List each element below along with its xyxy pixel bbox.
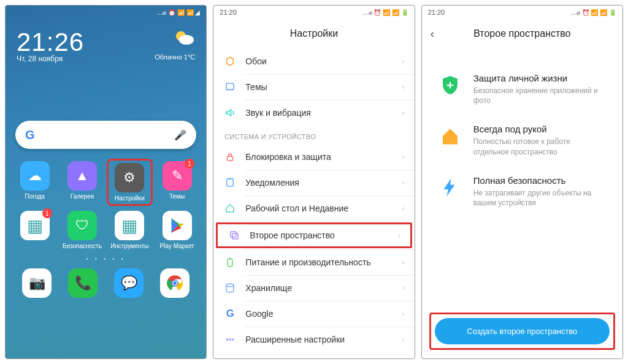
shield-icon (438, 73, 462, 97)
app-Галерея[interactable]: ▲Галерея (59, 159, 105, 206)
status-bar: …⌀ ⏰ 📶 📶 ◢ (6, 6, 206, 19)
app-Безопасность[interactable]: 🛡Безопасность (59, 208, 105, 252)
app-Play Маркет[interactable]: Play Маркет (154, 208, 200, 252)
chevron-right-icon: › (402, 178, 405, 187)
messages-app[interactable]: 💬 (114, 268, 144, 298)
power-icon (223, 256, 237, 269)
svg-point-13 (226, 284, 234, 287)
chevron-right-icon: › (402, 309, 405, 318)
feature-house: Всегда под рукойПолностью готовое к рабо… (438, 124, 607, 156)
svg-point-16 (232, 339, 234, 340)
sound-icon (223, 106, 237, 119)
header: ‹ Второе пространство (422, 19, 622, 48)
settings-row-storage[interactable]: Хранилище› (213, 275, 414, 301)
create-second-space-button[interactable]: Создать второе пространство (435, 318, 610, 344)
svg-point-14 (227, 339, 228, 340)
settings-row-themes[interactable]: Темы› (213, 74, 414, 100)
chevron-right-icon: › (402, 57, 405, 66)
dock: 📷 📞 💬 (6, 265, 206, 304)
chevron-right-icon: › (402, 83, 405, 91)
chevron-right-icon: › (402, 204, 405, 213)
svg-rect-7 (226, 83, 234, 90)
more-icon (223, 333, 237, 346)
home-icon (223, 202, 237, 215)
chevron-right-icon: › (402, 258, 405, 267)
chevron-right-icon: › (402, 335, 405, 344)
app-folder[interactable]: ▦1 (12, 208, 58, 252)
status-bar: 21:20 …⌀ ⏰ 📶 📶 🔋 (213, 6, 414, 19)
clock: 21:26 (17, 28, 84, 57)
chevron-right-icon: › (402, 284, 405, 292)
svg-point-6 (173, 281, 177, 285)
camera-app[interactable]: 📷 (22, 268, 52, 298)
chrome-app[interactable] (160, 268, 190, 298)
svg-rect-10 (231, 232, 236, 237)
home-screen: …⌀ ⏰ 📶 📶 ◢ 21:26 Чт, 28 ноября Облачно 1… (5, 5, 207, 359)
mic-icon[interactable]: 🎤 (174, 129, 186, 141)
page-indicator: • • • • • (6, 256, 206, 262)
settings-screen: 21:20 …⌀ ⏰ 📶 📶 🔋 Настройки Обои›Темы›Зву… (213, 5, 415, 359)
page-title: Настройки (290, 28, 338, 39)
date: Чт, 28 ноября (17, 55, 84, 63)
app-Темы[interactable]: ✎1Темы (154, 159, 200, 206)
section-header: СИСТЕМА И УСТРОЙСТВО (213, 126, 414, 144)
phone-app[interactable]: 📞 (68, 268, 98, 298)
app-Инструменты[interactable]: ▦Инструменты (107, 208, 153, 252)
settings-row-second[interactable]: Второе пространство› (216, 222, 412, 248)
wallpaper-icon (223, 55, 237, 68)
settings-row-wallpaper[interactable]: Обои› (213, 48, 414, 74)
settings-row-power[interactable]: Питание и производительность› (213, 249, 414, 275)
cta-highlight: Создать второе пространство (429, 313, 615, 350)
app-Погода[interactable]: ☁Погода (12, 159, 58, 206)
app-Настройки[interactable]: ⚙Настройки (107, 159, 153, 206)
second-icon (228, 229, 241, 242)
feature-shield: Защита личной жизниБезопасное хранение п… (438, 73, 607, 105)
house-icon (438, 124, 462, 148)
settings-row-lock[interactable]: Блокировка и защита› (213, 144, 414, 170)
chevron-right-icon: › (402, 153, 405, 161)
second-space-screen: 21:20 …⌀ ⏰ 📶 📶 🔋 ‹ Второе пространство З… (421, 5, 623, 359)
chevron-right-icon: › (398, 231, 400, 240)
svg-rect-9 (227, 179, 234, 186)
svg-point-15 (229, 339, 231, 340)
weather-widget[interactable]: Облачно 1°C (155, 28, 195, 61)
settings-row-google[interactable]: GGoogle› (213, 301, 414, 327)
settings-row-notif[interactable]: Уведомления› (213, 170, 414, 195)
lock-icon (223, 150, 237, 164)
svg-rect-12 (228, 259, 233, 267)
svg-rect-11 (232, 233, 238, 239)
settings-row-more[interactable]: Расширенные настройки› (213, 327, 414, 352)
bolt-icon (438, 175, 462, 200)
status-bar: 21:20 …⌀ ⏰ 📶 📶 🔋 (422, 6, 622, 19)
themes-icon (223, 80, 237, 94)
storage-icon (223, 281, 237, 295)
google-logo-icon: G (25, 128, 35, 142)
page-title: Второе пространство (473, 28, 570, 39)
settings-row-home[interactable]: Рабочий стол и Недавние› (213, 195, 414, 221)
settings-row-sound[interactable]: Звук и вибрация› (213, 100, 414, 126)
header: Настройки (213, 19, 414, 48)
chevron-right-icon: › (402, 108, 405, 117)
svg-point-1 (179, 35, 194, 45)
google-icon: G (223, 307, 237, 320)
svg-rect-8 (228, 156, 233, 161)
feature-bolt: Полная безопасностьНе затрагивает другие… (438, 175, 607, 208)
notif-icon (223, 176, 237, 189)
back-button[interactable]: ‹ (431, 28, 434, 40)
google-search-bar[interactable]: G 🎤 (15, 121, 196, 149)
